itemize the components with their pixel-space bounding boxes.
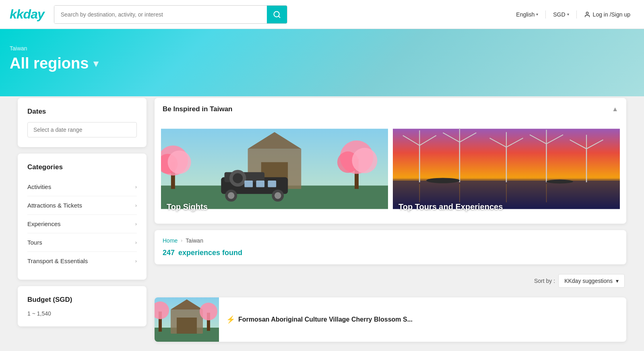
inspiration-header: Be Inspired in Taiwan ▲ [155,98,626,120]
results-count: 247 experiences found [163,249,618,257]
date-range-input[interactable] [27,122,137,137]
chevron-right-icon: › [135,258,137,264]
svg-point-12 [352,148,377,173]
svg-point-18 [228,192,235,199]
budget-title: Budget (SGD) [27,296,137,304]
person-icon [584,11,590,18]
svg-point-23 [233,173,243,183]
login-button[interactable]: Log in /Sign up [580,9,634,20]
main-content: Dates Categories Activities › Attraction… [8,88,636,351]
product-title: ⚡ Formosan Aboriginal Culture Village Ch… [226,315,619,324]
sort-label: Sort by : [534,278,555,284]
sort-arrow: ▾ [616,278,619,284]
sort-dropdown[interactable]: KKday suggestions ▾ [558,274,625,288]
hero-region-label: All regions [10,55,89,72]
category-item[interactable]: Attractions & Tickets › [27,196,137,215]
categories-title: Categories [27,163,137,171]
language-label: English [516,11,535,18]
product-image [155,297,219,342]
product-thumbnail [155,297,219,342]
region-dropdown-arrow: ▾ [93,58,98,69]
svg-rect-24 [244,181,253,187]
budget-card: Budget (SGD) 1 ~ 1,540 [18,286,147,326]
inspiration-card: Be Inspired in Taiwan ▲ [155,98,626,224]
categories-card: Categories Activities › Attractions & Ti… [18,154,147,280]
breadcrumb: Home › Taiwan [163,237,618,244]
dates-card: Dates [18,98,147,147]
svg-point-8 [168,150,191,174]
logo[interactable]: kkday [10,7,44,22]
chevron-right-icon: › [135,239,137,245]
sort-selected: KKday suggestions [564,278,613,284]
right-content: Be Inspired in Taiwan ▲ [155,98,626,342]
inspiration-title: Be Inspired in Taiwan [163,105,233,113]
hero-banner: Taiwan All regions ▾ [0,29,644,96]
results-card: Home › Taiwan 247 experiences found [155,230,626,264]
svg-line-1 [279,16,280,17]
svg-rect-60 [177,318,197,334]
svg-point-51 [547,180,573,184]
top-sights-card[interactable]: Top Sights [161,120,388,217]
lightning-icon: ⚡ [226,315,235,324]
svg-point-50 [426,178,460,183]
product-info: ⚡ Formosan Aboriginal Culture Village Ch… [219,309,626,330]
category-label: Experiences [27,220,61,227]
results-number: 247 [163,249,175,257]
sidebar: Dates Categories Activities › Attraction… [18,98,147,333]
category-label: Activities [27,183,51,190]
category-item[interactable]: Transport & Essentials › [27,252,137,270]
search-input[interactable] [54,6,267,23]
top-tours-card[interactable]: Top Tours and Experiences [393,120,620,217]
hero-country: Taiwan [10,45,634,52]
search-button[interactable] [267,6,287,23]
product-title-text: Formosan Aboriginal Culture Village Cher… [238,316,413,323]
svg-rect-26 [268,181,276,187]
sort-bar: Sort by : KKday suggestions ▾ [155,271,626,291]
currency-selector[interactable]: SGD ▾ [549,9,573,20]
hero-region-selector[interactable]: All regions ▾ [10,55,634,72]
search-icon [273,10,281,19]
language-selector[interactable]: English ▾ [512,9,542,20]
svg-point-64 [200,303,217,320]
currency-dropdown-arrow: ▾ [567,12,569,17]
svg-point-20 [275,192,281,199]
breadcrumb-home[interactable]: Home [163,237,178,244]
top-tours-label: Top Tours and Experiences [398,202,503,212]
top-sights-label: Top Sights [167,202,208,212]
header-right: English ▾ SGD ▾ Log in /Sign up [512,9,634,20]
svg-point-2 [586,12,588,14]
chevron-right-icon: › [135,184,137,190]
header-divider-2 [576,10,577,19]
category-item[interactable]: Experiences › [27,215,137,233]
inspiration-images: Top Sights [155,120,626,224]
language-dropdown-arrow: ▾ [536,12,538,17]
chevron-right-icon: › [135,221,137,227]
product-card-preview[interactable]: ⚡ Formosan Aboriginal Culture Village Ch… [155,297,626,342]
svg-rect-25 [256,181,264,187]
category-item[interactable]: Tours › [27,233,137,252]
dates-title: Dates [27,108,137,116]
header-divider-1 [545,10,546,19]
category-label: Tours [27,239,42,246]
currency-label: SGD [553,11,565,18]
category-item[interactable]: Activities › [27,178,137,196]
search-bar [54,5,287,24]
chevron-right-icon: › [135,202,137,208]
collapse-button[interactable]: ▲ [612,106,618,113]
breadcrumb-current: Taiwan [186,237,203,244]
login-label: Log in /Sign up [593,11,630,18]
budget-range: 1 ~ 1,540 [27,310,137,317]
category-label: Transport & Essentials [27,258,88,264]
category-label: Attractions & Tickets [27,202,82,209]
breadcrumb-separator: › [181,238,182,243]
results-label: experiences found [178,249,242,257]
header: kkday English ▾ SGD ▾ Log in /Sign up [0,0,644,29]
